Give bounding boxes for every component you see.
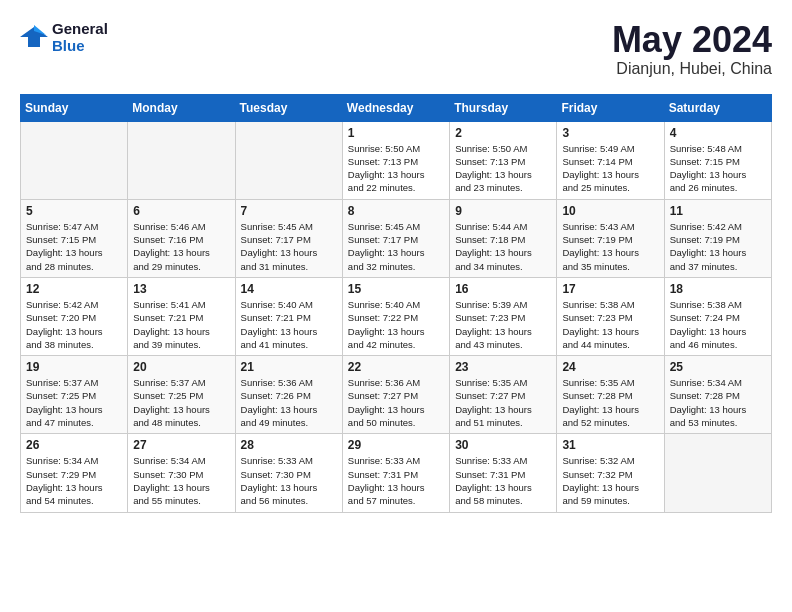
calendar-cell: 28Sunrise: 5:33 AM Sunset: 7:30 PM Dayli… [235, 434, 342, 512]
day-number: 13 [133, 282, 229, 296]
day-number: 8 [348, 204, 444, 218]
calendar-cell: 3Sunrise: 5:49 AM Sunset: 7:14 PM Daylig… [557, 121, 664, 199]
day-info: Sunrise: 5:49 AM Sunset: 7:14 PM Dayligh… [562, 142, 658, 195]
day-number: 1 [348, 126, 444, 140]
day-info: Sunrise: 5:35 AM Sunset: 7:28 PM Dayligh… [562, 376, 658, 429]
calendar-cell [21, 121, 128, 199]
day-info: Sunrise: 5:48 AM Sunset: 7:15 PM Dayligh… [670, 142, 766, 195]
calendar-cell: 8Sunrise: 5:45 AM Sunset: 7:17 PM Daylig… [342, 199, 449, 277]
day-info: Sunrise: 5:45 AM Sunset: 7:17 PM Dayligh… [241, 220, 337, 273]
day-number: 3 [562, 126, 658, 140]
calendar-cell: 27Sunrise: 5:34 AM Sunset: 7:30 PM Dayli… [128, 434, 235, 512]
day-info: Sunrise: 5:42 AM Sunset: 7:19 PM Dayligh… [670, 220, 766, 273]
calendar-cell: 23Sunrise: 5:35 AM Sunset: 7:27 PM Dayli… [450, 356, 557, 434]
day-info: Sunrise: 5:38 AM Sunset: 7:23 PM Dayligh… [562, 298, 658, 351]
day-info: Sunrise: 5:40 AM Sunset: 7:21 PM Dayligh… [241, 298, 337, 351]
day-info: Sunrise: 5:43 AM Sunset: 7:19 PM Dayligh… [562, 220, 658, 273]
day-number: 2 [455, 126, 551, 140]
header-monday: Monday [128, 94, 235, 121]
day-number: 25 [670, 360, 766, 374]
logo-text: General Blue [52, 20, 108, 54]
day-number: 14 [241, 282, 337, 296]
calendar-cell: 5Sunrise: 5:47 AM Sunset: 7:15 PM Daylig… [21, 199, 128, 277]
day-info: Sunrise: 5:37 AM Sunset: 7:25 PM Dayligh… [26, 376, 122, 429]
day-number: 4 [670, 126, 766, 140]
day-info: Sunrise: 5:42 AM Sunset: 7:20 PM Dayligh… [26, 298, 122, 351]
day-info: Sunrise: 5:36 AM Sunset: 7:27 PM Dayligh… [348, 376, 444, 429]
header-sunday: Sunday [21, 94, 128, 121]
month-title: May 2024 [612, 20, 772, 60]
day-number: 15 [348, 282, 444, 296]
calendar-cell: 6Sunrise: 5:46 AM Sunset: 7:16 PM Daylig… [128, 199, 235, 277]
day-number: 24 [562, 360, 658, 374]
logo-icon [20, 23, 48, 51]
calendar-cell: 12Sunrise: 5:42 AM Sunset: 7:20 PM Dayli… [21, 277, 128, 355]
day-info: Sunrise: 5:40 AM Sunset: 7:22 PM Dayligh… [348, 298, 444, 351]
title-block: May 2024 Dianjun, Hubei, China [612, 20, 772, 78]
day-number: 12 [26, 282, 122, 296]
header-saturday: Saturday [664, 94, 771, 121]
calendar-cell [128, 121, 235, 199]
day-number: 17 [562, 282, 658, 296]
day-info: Sunrise: 5:37 AM Sunset: 7:25 PM Dayligh… [133, 376, 229, 429]
day-info: Sunrise: 5:50 AM Sunset: 7:13 PM Dayligh… [348, 142, 444, 195]
header-friday: Friday [557, 94, 664, 121]
day-number: 26 [26, 438, 122, 452]
calendar-cell: 7Sunrise: 5:45 AM Sunset: 7:17 PM Daylig… [235, 199, 342, 277]
calendar-cell: 9Sunrise: 5:44 AM Sunset: 7:18 PM Daylig… [450, 199, 557, 277]
day-info: Sunrise: 5:38 AM Sunset: 7:24 PM Dayligh… [670, 298, 766, 351]
day-info: Sunrise: 5:47 AM Sunset: 7:15 PM Dayligh… [26, 220, 122, 273]
calendar-cell: 22Sunrise: 5:36 AM Sunset: 7:27 PM Dayli… [342, 356, 449, 434]
calendar-week-row: 19Sunrise: 5:37 AM Sunset: 7:25 PM Dayli… [21, 356, 772, 434]
day-number: 9 [455, 204, 551, 218]
day-number: 11 [670, 204, 766, 218]
header-thursday: Thursday [450, 94, 557, 121]
location: Dianjun, Hubei, China [612, 60, 772, 78]
day-info: Sunrise: 5:46 AM Sunset: 7:16 PM Dayligh… [133, 220, 229, 273]
calendar-cell: 16Sunrise: 5:39 AM Sunset: 7:23 PM Dayli… [450, 277, 557, 355]
calendar-cell: 10Sunrise: 5:43 AM Sunset: 7:19 PM Dayli… [557, 199, 664, 277]
calendar-cell: 18Sunrise: 5:38 AM Sunset: 7:24 PM Dayli… [664, 277, 771, 355]
calendar-week-row: 26Sunrise: 5:34 AM Sunset: 7:29 PM Dayli… [21, 434, 772, 512]
day-info: Sunrise: 5:33 AM Sunset: 7:30 PM Dayligh… [241, 454, 337, 507]
day-info: Sunrise: 5:34 AM Sunset: 7:29 PM Dayligh… [26, 454, 122, 507]
day-number: 22 [348, 360, 444, 374]
calendar-cell: 21Sunrise: 5:36 AM Sunset: 7:26 PM Dayli… [235, 356, 342, 434]
calendar-cell: 2Sunrise: 5:50 AM Sunset: 7:13 PM Daylig… [450, 121, 557, 199]
calendar-cell: 15Sunrise: 5:40 AM Sunset: 7:22 PM Dayli… [342, 277, 449, 355]
calendar-cell: 11Sunrise: 5:42 AM Sunset: 7:19 PM Dayli… [664, 199, 771, 277]
day-info: Sunrise: 5:41 AM Sunset: 7:21 PM Dayligh… [133, 298, 229, 351]
day-number: 27 [133, 438, 229, 452]
day-number: 10 [562, 204, 658, 218]
day-info: Sunrise: 5:44 AM Sunset: 7:18 PM Dayligh… [455, 220, 551, 273]
day-info: Sunrise: 5:34 AM Sunset: 7:30 PM Dayligh… [133, 454, 229, 507]
day-number: 20 [133, 360, 229, 374]
calendar: SundayMondayTuesdayWednesdayThursdayFrid… [20, 94, 772, 513]
day-number: 6 [133, 204, 229, 218]
calendar-cell: 19Sunrise: 5:37 AM Sunset: 7:25 PM Dayli… [21, 356, 128, 434]
calendar-cell: 13Sunrise: 5:41 AM Sunset: 7:21 PM Dayli… [128, 277, 235, 355]
day-number: 31 [562, 438, 658, 452]
day-info: Sunrise: 5:35 AM Sunset: 7:27 PM Dayligh… [455, 376, 551, 429]
header-tuesday: Tuesday [235, 94, 342, 121]
calendar-cell: 25Sunrise: 5:34 AM Sunset: 7:28 PM Dayli… [664, 356, 771, 434]
calendar-cell: 24Sunrise: 5:35 AM Sunset: 7:28 PM Dayli… [557, 356, 664, 434]
calendar-cell: 14Sunrise: 5:40 AM Sunset: 7:21 PM Dayli… [235, 277, 342, 355]
calendar-week-row: 5Sunrise: 5:47 AM Sunset: 7:15 PM Daylig… [21, 199, 772, 277]
page-header: General Blue May 2024 Dianjun, Hubei, Ch… [20, 20, 772, 78]
day-info: Sunrise: 5:36 AM Sunset: 7:26 PM Dayligh… [241, 376, 337, 429]
day-info: Sunrise: 5:33 AM Sunset: 7:31 PM Dayligh… [348, 454, 444, 507]
day-info: Sunrise: 5:32 AM Sunset: 7:32 PM Dayligh… [562, 454, 658, 507]
day-number: 18 [670, 282, 766, 296]
calendar-cell [664, 434, 771, 512]
day-info: Sunrise: 5:34 AM Sunset: 7:28 PM Dayligh… [670, 376, 766, 429]
day-number: 16 [455, 282, 551, 296]
day-number: 29 [348, 438, 444, 452]
day-number: 30 [455, 438, 551, 452]
calendar-header-row: SundayMondayTuesdayWednesdayThursdayFrid… [21, 94, 772, 121]
logo: General Blue [20, 20, 108, 54]
calendar-cell: 26Sunrise: 5:34 AM Sunset: 7:29 PM Dayli… [21, 434, 128, 512]
calendar-cell: 31Sunrise: 5:32 AM Sunset: 7:32 PM Dayli… [557, 434, 664, 512]
calendar-cell [235, 121, 342, 199]
calendar-cell: 29Sunrise: 5:33 AM Sunset: 7:31 PM Dayli… [342, 434, 449, 512]
